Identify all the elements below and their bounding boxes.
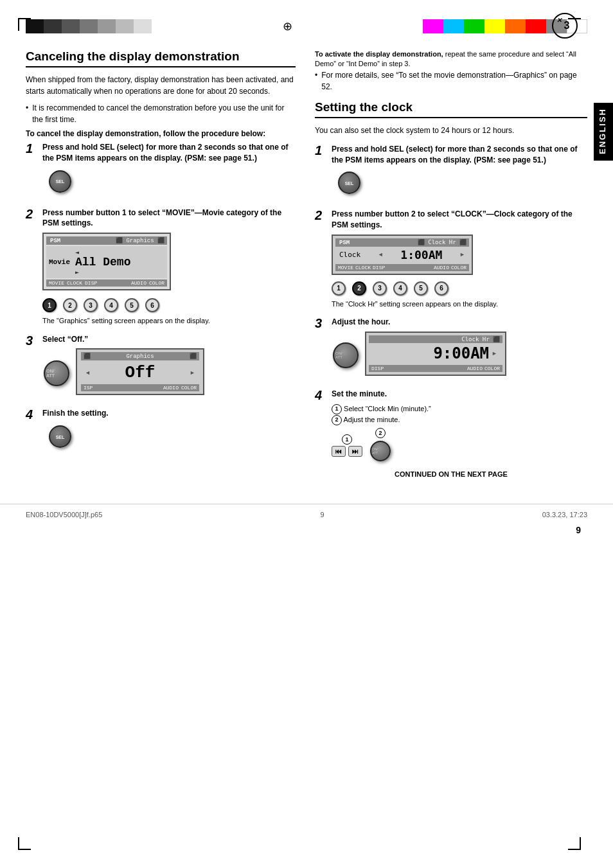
step4-content: Finish the setting. [42, 408, 296, 455]
psm-left: Movie [49, 258, 70, 266]
clock-step1: 1 Press and hold SEL (select) for more t… [315, 144, 587, 202]
btn-4[interactable]: 4 [104, 298, 118, 312]
step2-number: 2 [26, 208, 37, 220]
graphics-off-display: ⬛ Graphics ⬛ ◄ Off ► ISP [76, 348, 204, 395]
continued-text: CONTINUED ON THE NEXT PAGE [315, 470, 587, 478]
clock-left-label: Clock [339, 251, 360, 259]
dial-button-step3[interactable]: ON/ATT [44, 360, 69, 386]
page-footer: EN08-10DV5000[J]f.p65 9 03.3.23, 17:23 [0, 504, 613, 525]
clock-display2: Clock Hr ⬛ 9:00AM ► DISPAUDIOCOLOR [365, 332, 506, 376]
step3-content: Select “Off.” ON/ATT ⬛ Graphics ⬛ [42, 334, 296, 401]
clock-step2-text: Press number button 2 to select “CLOCK”—… [332, 209, 587, 231]
sub2-icon-group: 2 ON/ATT [369, 428, 392, 463]
clock-dial[interactable]: ON/ATT [333, 342, 359, 368]
section-cancel-demo: Canceling the display demonstration When… [26, 49, 296, 455]
clock-hr-label1: ⬛ Clock Hr ⬛ [418, 239, 466, 246]
all-demo-text: All Demo [75, 256, 130, 269]
clock-step1-content: Press and hold SEL (select) for more tha… [332, 144, 587, 202]
grayscale-bar [26, 19, 152, 33]
minute-dial[interactable]: ON/ATT [370, 441, 391, 461]
clock-bottom-bar2: DISPAUDIOCOLOR [369, 365, 502, 372]
media-buttons: ⏮ ⏭ [332, 446, 362, 457]
step4-icons: 1 ⏮ ⏭ 2 ON/ATT [332, 428, 587, 463]
clock-btn-3[interactable]: 3 [373, 281, 387, 296]
step3-left: 3 Select “Off.” ON/ATT ⬛ Graphics [26, 334, 296, 401]
clock-time2: 9:00AM [433, 344, 489, 362]
clock-btn-4[interactable]: 4 [393, 281, 407, 296]
btn-3[interactable]: 3 [84, 298, 98, 312]
left-column: Canceling the display demonstration When… [26, 49, 296, 484]
clock-btn-1[interactable]: 1 [332, 281, 346, 296]
clock-display1-wrap: PSM ⬛ Clock Hr ⬛ Clock ◄ 1:00AM ► [332, 235, 587, 278]
clock-step4-content: Set the minute. 1 Select “Clock Min (min… [332, 389, 587, 463]
movie-label: Movie [49, 258, 70, 266]
section2-title: Setting the clock [315, 100, 587, 118]
footer-file: EN08-10DV5000[J]f.p65 [26, 511, 102, 518]
clock-step2-note: The “Clock Hr” setting screen appears on… [332, 299, 587, 309]
next-button[interactable]: ⏭ [348, 446, 362, 457]
sel-button-icon [49, 170, 71, 193]
clock-btn-5[interactable]: 5 [414, 281, 428, 296]
btn-1[interactable]: 1 [42, 298, 57, 312]
section-clock: Setting the clock You can also set the c… [315, 100, 587, 463]
top-decoration: ⊕ ✕ 3 [0, 0, 613, 37]
page-number: 9 [576, 525, 581, 535]
clock-step4-subs: 1 Select “Clock Min (minute).” 2 Adjust … [332, 403, 587, 425]
prev-button[interactable]: ⏮ [332, 446, 346, 457]
step4-number: 4 [26, 408, 37, 421]
corner-mark-br [568, 837, 581, 850]
cancel-desc: follow the procedure below: [163, 129, 265, 138]
psm-main-area: Movie ◄ All Demo ► [46, 246, 167, 278]
btn-2[interactable]: 2 [63, 298, 77, 312]
step3-text: Select “Off.” [42, 334, 296, 345]
section2-intro: You can also set the clock system to 24 … [315, 125, 587, 136]
btn-6[interactable]: 6 [145, 298, 159, 312]
btn-5[interactable]: 5 [125, 298, 139, 312]
step3-number: 3 [26, 334, 37, 347]
language-sidebar: ENGLISH [594, 103, 613, 161]
psm-label: PSM [49, 238, 62, 244]
clock-btn-6[interactable]: 6 [434, 281, 449, 296]
clock-time1: 1:00AM [400, 248, 442, 261]
clock-step1-number: 1 [315, 144, 326, 157]
step2-text: Press number button 1 to select “MOVIE”—… [42, 208, 296, 229]
crosshair-icon: ⊕ [283, 19, 292, 33]
clock-step2-content: Press number button 2 to select “CLOCK”—… [332, 209, 587, 309]
clock-top-bar2: Clock Hr ⬛ [369, 335, 502, 343]
clock-btn-2[interactable]: 2 [352, 281, 366, 296]
clock-step2: 2 Press number button 2 to select “CLOCK… [315, 209, 587, 309]
psm-display-wrap: PSM ⬛ Graphics ⬛ Movie ◄ All De [42, 233, 296, 294]
number-buttons-row2: 1 2 3 4 5 6 [332, 281, 587, 296]
page: ENGLISH ⊕ ✕ 3 [0, 0, 613, 868]
sub1-icon-num: 1 [342, 434, 352, 445]
activate-bullet-text: For more details, see “To set the movie … [321, 69, 587, 93]
step1-text: Press and hold SEL (select) for more tha… [42, 142, 296, 164]
step4-left: 4 Finish the setting. [26, 408, 296, 455]
footer-page-center: 9 [320, 511, 324, 518]
psm-display: PSM ⬛ Graphics ⬛ Movie ◄ All De [42, 233, 171, 290]
footer-date: 03.3.23, 17:23 [542, 511, 587, 518]
psm-top-bar: PSM ⬛ Graphics ⬛ [46, 236, 167, 245]
clock-step2-number: 2 [315, 209, 326, 222]
graphics-label: Graphics [126, 353, 154, 360]
clock-step4-number: 4 [315, 389, 326, 402]
sub1-icon-group: 1 ⏮ ⏭ [332, 434, 362, 457]
sel-button-finish [49, 425, 71, 448]
activate-section: To activate the display demonstration, r… [315, 49, 587, 93]
right-column: To activate the display demonstration, r… [315, 49, 587, 484]
corner-mark-bl [18, 837, 31, 850]
psm-right: ◄ All Demo ► [75, 249, 130, 276]
sub2-text: Adjust the minute. [343, 416, 400, 423]
clock-step3-display-row: ON/ATT Clock Hr ⬛ 9:00AM ► [332, 332, 587, 378]
clock-display1: PSM ⬛ Clock Hr ⬛ Clock ◄ 1:00AM ► [332, 235, 473, 275]
step2-note: The “Graphics” setting screen appears on… [42, 316, 296, 326]
clock-step1-text: Press and hold SEL (select) for more tha… [332, 144, 587, 166]
step4-text: Finish the setting. [42, 408, 296, 419]
clock-bottom-bar1: MOVIECLOCKDISPAUDIOCOLOR [335, 264, 469, 271]
sub1-text: Select “Clock Min (minute).” [344, 405, 431, 412]
step1-left: 1 Press and hold SEL (select) for more t… [26, 142, 296, 200]
psm-graphics-label: ⬛ Graphics ⬛ [116, 237, 164, 244]
number-buttons-row1: 1 2 3 4 5 6 [42, 298, 296, 312]
step1-content: Press and hold SEL (select) for more tha… [42, 142, 296, 200]
sub2-icon-num: 2 [375, 428, 386, 438]
